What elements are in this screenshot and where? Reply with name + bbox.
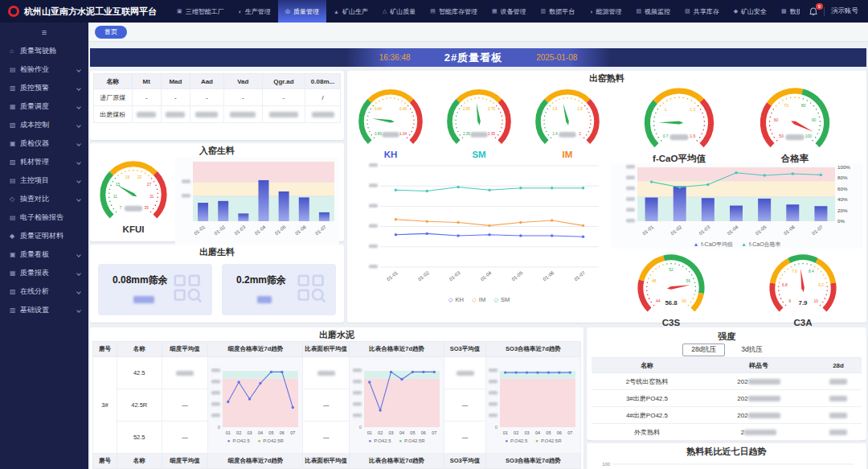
chevron-down-icon [76, 197, 81, 202]
legend-item: ◇KH [448, 296, 464, 303]
value-cell [161, 106, 190, 123]
value-cell: - [190, 89, 223, 106]
col-header: 比表合格率近7d趋势 [350, 454, 444, 469]
analysis-icon: ▧ [10, 288, 20, 295]
topnav-item-label: 数据采集 [790, 7, 800, 16]
sidebar-item-dashboard[interactable]: ⌂质量驾驶舱 [0, 42, 88, 60]
legend-label: SM [501, 296, 510, 303]
grid-magnifier-icon [297, 274, 326, 303]
sidebar-item-compare[interactable]: ◇抽查对比 [0, 190, 88, 208]
legend-item: ●P.O42.5 [369, 438, 391, 443]
svg-text:04: 04 [535, 430, 540, 435]
board-title: 2#质量看板 [444, 51, 502, 65]
cement-table-holder: 磨号名称细度平均值细度合格率近7d趋势比表面积平均值比表合格率近7d趋势SO3平… [92, 341, 581, 469]
topnav-item-mine-quality[interactable]: △矿山质量 [375, 0, 423, 23]
topnav-item-mine-production[interactable]: ▲矿山生产 [326, 0, 375, 23]
account-name[interactable]: 演示账号 [831, 6, 858, 16]
board-time: 16:36:48 [379, 53, 411, 62]
redacted-value [269, 112, 298, 117]
col-header: 名称 [117, 454, 162, 469]
svg-text:03: 03 [388, 430, 393, 435]
legend-item: ▲f-CaO平均值 [693, 241, 733, 249]
mill-meal-panel: 出磨生料 0.08mm筛余 0.2mm筛余 [90, 245, 344, 323]
sidebar-item-instrument[interactable]: ▣质检仪器 [0, 134, 88, 153]
notification-bell-icon[interactable]: 9 [809, 7, 817, 16]
notification-badge: 9 [816, 3, 823, 10]
tab-home[interactable]: 首页 [95, 26, 127, 39]
topnav-item-energy[interactable]: ◑能源管理 [582, 0, 628, 23]
chevron-down-icon [76, 160, 81, 165]
topnav-item-smart-inventory[interactable]: ▤智能库存管理 [423, 0, 485, 23]
svg-text:04: 04 [399, 430, 404, 435]
gauge-label: f-CaO平均值 [653, 154, 706, 163]
topnav-item-video-monitor[interactable]: ▧视频监控 [628, 0, 678, 23]
topnav-item-equipment[interactable]: ▦设备管理 [485, 0, 534, 23]
topnav-item-label: 质量管理 [293, 7, 319, 16]
value-cell: — [162, 389, 208, 422]
sidebar-item-settings[interactable]: ▥基础设置 [0, 301, 88, 319]
svg-text:01-07: 01-07 [811, 224, 824, 237]
sidebar-item-analysis[interactable]: ▧在线分析 [0, 282, 88, 301]
sidebar-item-inspection[interactable]: ▤检验作业 [0, 60, 88, 79]
raw-meal-row: 711151923273135KFUI 01-0101-0201-0301-04… [90, 157, 344, 245]
toggle-3d[interactable]: 3d抗压 [733, 344, 770, 356]
svg-text:1.6: 1.6 [690, 134, 695, 138]
toggle-28d[interactable]: 28d抗压 [682, 344, 725, 356]
合格率-dial: 5060708090100 [751, 84, 838, 156]
sidebar-item-projects[interactable]: ▤主控项目 [0, 171, 88, 190]
svg-text:01-05: 01-05 [511, 270, 524, 282]
sidebar-item-label: 质量调度 [20, 101, 49, 112]
topnav-item-quality[interactable]: ◎质量管理 [278, 0, 326, 23]
svg-text:05: 05 [547, 430, 551, 435]
value-cell [815, 407, 862, 424]
svg-text:01-04: 01-04 [727, 224, 739, 237]
redacted-value [195, 112, 218, 117]
gauge-label: KFUI [123, 225, 145, 234]
sidebar-item-alert[interactable]: ▥质控预警 [0, 79, 88, 97]
legend-item: ●P.O42.5R [399, 438, 424, 443]
value-cell: - [132, 89, 161, 106]
instrument-icon: ▣ [10, 140, 20, 147]
svg-text:03: 03 [247, 430, 252, 435]
svg-text:50: 50 [779, 134, 784, 138]
sidebar-item-statements[interactable]: ▦质量报表 [0, 264, 88, 282]
brand-title: 杭州山亚南方水泥工业互联网平台 [24, 6, 157, 18]
value-cell [223, 106, 262, 123]
topnav-item-data-collection[interactable]: ▩数据采集 [774, 0, 800, 23]
fcao-gauges-row: 0.711.31.6f-CaO平均值 5060708090100合格率 [611, 84, 863, 163]
svg-text:01: 01 [503, 430, 508, 435]
sidebar-item-board[interactable]: ▣质量看板 [0, 245, 88, 264]
legend-item: ◇IM [472, 296, 485, 303]
f-CaO平均值-dial: 0.711.31.6 [636, 84, 723, 156]
svg-text:01-03: 01-03 [234, 224, 247, 237]
topnav-item-label: 能源管理 [596, 7, 621, 16]
fineness-trend-chart-holder: 010203040506070●P.O42.5●P.O42.5R [208, 368, 302, 443]
surface-trend-chart: 010203040506070 [351, 368, 443, 438]
topnav-item-smart-factory-3d[interactable]: ▣三维智能工厂 [170, 0, 231, 23]
svg-text:06: 06 [420, 430, 425, 435]
sidebar-item-report[interactable]: ▤电子检验报告 [0, 208, 88, 227]
section-title-cement: 出磨水泥 [92, 329, 581, 341]
sidebar-item-certificate[interactable]: ◆质量证明材料 [0, 227, 88, 245]
legend-marker-icon: ◇ [448, 296, 453, 303]
topnav-item-shared-inventory[interactable]: ▨共享库存 [678, 0, 727, 23]
col-header: 细度平均值 [162, 342, 208, 357]
value-cell [262, 106, 305, 123]
svg-text:80: 80 [801, 103, 806, 108]
topnav-item-production[interactable]: ◐生产管理 [231, 0, 278, 23]
sidebar-item-dispatch[interactable]: ▦质量调度 [0, 97, 88, 116]
redacted-value [829, 413, 847, 418]
col-header: Qgr.ad [262, 74, 305, 89]
sidebar-item-cost[interactable]: ▧成本控制 [0, 116, 88, 134]
chevron-down-icon [76, 105, 81, 109]
sidebar-collapse-button[interactable]: ≡ [0, 23, 88, 42]
svg-text:1.8: 1.8 [577, 107, 583, 111]
brand-logo-icon [8, 6, 19, 17]
sidebar-item-consumables[interactable]: ▨耗材管理 [0, 153, 88, 171]
so3-trend-chart: 010203040506070 [487, 368, 579, 438]
topnav-item-mine-safety[interactable]: ◆矿山安全 [727, 0, 774, 23]
topnav-item-data-platform[interactable]: ▥数据平台 [534, 0, 583, 23]
mine-production-icon: ▲ [334, 9, 339, 14]
svg-text:01-04: 01-04 [480, 270, 493, 282]
sample-cell: 202 [702, 390, 815, 407]
